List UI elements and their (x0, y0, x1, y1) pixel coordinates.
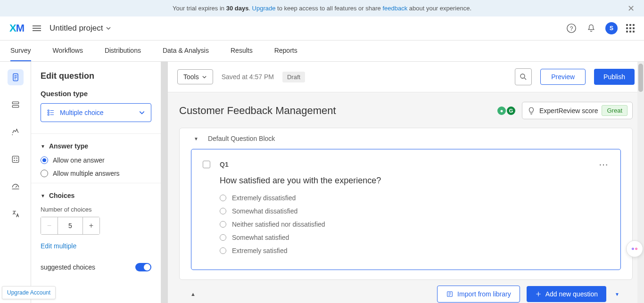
expert-review-button[interactable]: ExpertReview score Great (522, 102, 633, 119)
tab-distributions[interactable]: Distributions (105, 41, 141, 61)
canvas-toolbar: Tools Saved at 4:57 PM Draft Preview Pub… (168, 62, 644, 92)
radio-icon (220, 195, 226, 201)
choice-item[interactable]: Somewhat dissatisfied (220, 207, 609, 215)
publish-button[interactable]: Publish (594, 69, 635, 85)
search-icon (519, 73, 528, 81)
tools-dropdown[interactable]: Tools (177, 69, 213, 84)
block-name[interactable]: Default Question Block (208, 135, 275, 142)
question-id: Q1 (220, 161, 229, 168)
chevron-down-icon (202, 74, 207, 80)
svg-rect-3 (12, 102, 18, 104)
radio-icon (220, 247, 226, 254)
allow-one-answer-radio[interactable]: Allow one answer (41, 156, 151, 164)
survey-title[interactable]: Customer Feedback Management (179, 105, 336, 117)
sidebar-title: Edit question (41, 71, 151, 81)
grammarly-badge[interactable]: ● G (497, 106, 515, 115)
num-choices-label: Number of choices (41, 206, 151, 213)
trial-days: 30 days (226, 5, 249, 12)
library-icon (446, 290, 454, 298)
apps-grid-icon[interactable] (626, 24, 635, 33)
radio-icon (220, 221, 226, 228)
choices-section[interactable]: ▼ Choices (41, 192, 151, 199)
qtype-heading: Question type (41, 90, 151, 98)
caret-down-icon: ▼ (41, 193, 45, 198)
banner-text: Your trial expires in 30 days. Upgrade t… (173, 5, 471, 12)
choice-item[interactable]: Somewhat satisfied (220, 234, 609, 241)
plus-icon (535, 291, 542, 297)
rail-flow-icon[interactable] (8, 97, 24, 113)
num-choices-stepper: − 5 + (41, 217, 100, 235)
add-question-caret[interactable]: ▼ (613, 292, 621, 297)
rail-translate-icon[interactable] (8, 206, 24, 222)
tab-workflows[interactable]: Workflows (53, 41, 83, 61)
question-sidebar: Edit question Question type Multiple cho… (31, 62, 161, 303)
more-icon[interactable]: ⋯ (599, 159, 609, 170)
tab-survey[interactable]: Survey (10, 41, 31, 61)
menu-icon[interactable] (33, 25, 41, 31)
search-button[interactable] (515, 68, 532, 85)
help-icon[interactable]: ? (566, 23, 577, 34)
tab-data-analysis[interactable]: Data & Analysis (163, 41, 209, 61)
choice-item[interactable]: Extremely dissatisfied (220, 194, 609, 202)
saved-status: Saved at 4:57 PM (222, 73, 274, 81)
question-checkbox[interactable] (203, 161, 210, 168)
svg-point-9 (48, 112, 49, 114)
nav-tabs: Survey Workflows Distributions Data & An… (0, 41, 644, 62)
draft-badge: Draft (282, 72, 305, 82)
rail-options-icon[interactable] (8, 151, 24, 167)
left-rail (0, 62, 31, 303)
close-icon[interactable]: ✕ (627, 3, 635, 14)
banner-upgrade-link[interactable]: Upgrade (252, 5, 276, 12)
svg-point-7 (16, 160, 17, 161)
preview-button[interactable]: Preview (540, 69, 586, 85)
answer-type-section[interactable]: ▼ Answer type (41, 142, 151, 150)
caret-down-icon[interactable]: ▼ (194, 136, 198, 141)
scrollbar[interactable] (637, 62, 644, 303)
svg-point-8 (48, 110, 49, 111)
question-block: ▼ Default Question Block Q1 ⋯ How satisf… (179, 128, 633, 280)
suggested-choices-label: suggested choices (41, 263, 95, 271)
scrollbar[interactable] (161, 62, 168, 303)
decrement-button[interactable]: − (41, 217, 58, 234)
lightbulb-icon (527, 106, 536, 115)
project-title-dropdown[interactable]: Untitled project (50, 24, 111, 33)
svg-point-6 (14, 157, 15, 159)
svg-point-15 (632, 248, 633, 249)
chatbot-icon[interactable] (626, 240, 643, 257)
logo[interactable]: XM (9, 22, 24, 34)
num-choices-value: 5 (58, 217, 83, 234)
radio-icon (220, 208, 226, 214)
add-question-button[interactable]: Add new question (527, 286, 606, 302)
caret-down-icon: ▼ (41, 144, 45, 149)
allow-multiple-answers-radio[interactable]: Allow multiple answers (41, 170, 151, 177)
question-type-select[interactable]: Multiple choice (41, 103, 151, 122)
import-library-button[interactable]: Import from library (437, 286, 520, 303)
expert-score-badge: Great (602, 105, 627, 116)
rail-builder-icon[interactable] (8, 69, 24, 85)
question-text[interactable]: How satisfied are you with the experienc… (220, 176, 609, 186)
svg-point-10 (48, 114, 49, 115)
rail-quotas-icon[interactable] (8, 179, 24, 195)
question-card[interactable]: Q1 ⋯ How satisfied are you with the expe… (191, 149, 621, 270)
block-footer: ▲ Import from library Add new question ▼ (179, 280, 633, 303)
chevron-down-icon (106, 25, 111, 31)
tab-results[interactable]: Results (231, 41, 253, 61)
topbar: XM Untitled project ? S (0, 16, 644, 41)
upgrade-account-pill[interactable]: Upgrade Account (2, 286, 56, 299)
avatar[interactable]: S (605, 22, 618, 34)
project-title-label: Untitled project (50, 24, 103, 33)
svg-text:?: ? (570, 25, 573, 32)
tab-reports[interactable]: Reports (274, 41, 297, 61)
list-icon (47, 108, 55, 117)
choice-item[interactable]: Extremely satisfied (220, 247, 609, 254)
choice-item[interactable]: Neither satisfied nor dissatisfied (220, 221, 609, 228)
suggested-choices-toggle[interactable] (135, 263, 151, 271)
caret-up-icon[interactable]: ▲ (190, 291, 196, 297)
edit-multiple-link[interactable]: Edit multiple (41, 242, 151, 250)
qtype-value: Multiple choice (60, 109, 104, 116)
increment-button[interactable]: + (83, 217, 99, 234)
bell-icon[interactable] (586, 23, 597, 34)
rail-look-icon[interactable] (8, 124, 24, 140)
banner-feedback-link[interactable]: feedback (382, 5, 407, 12)
trial-banner: Your trial expires in 30 days. Upgrade t… (0, 0, 644, 16)
